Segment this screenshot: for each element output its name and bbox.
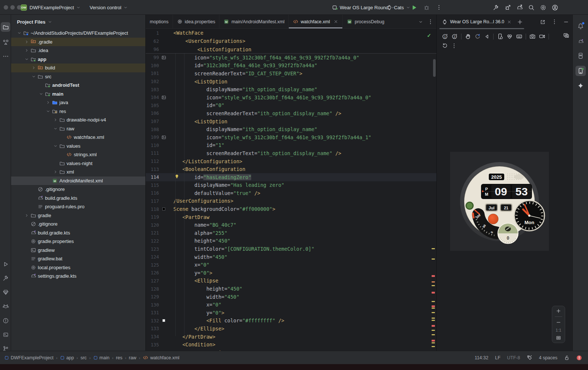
stripe-mark[interactable] [432,281,435,282]
palm-button[interactable] [465,33,471,40]
code-line-100[interactable]: 100 id="312c30bf_f64a_461e_9c93_992f2fb7… [146,62,436,70]
code-line-109[interactable]: 109 icon="style_wfs_312c30bf_f64a_461e_9… [146,133,436,141]
chevron-down-icon[interactable] [52,144,59,148]
tree-item-values-night[interactable]: values-night [11,159,145,168]
heart-rate-button[interactable] [506,33,513,40]
tree-item-androidtest[interactable]: androidTest [11,81,145,90]
zoom-reset-button[interactable]: 1:1 [556,328,561,332]
code-line-116[interactable]: 116 defaultValue="true" /> [146,189,436,197]
chevron-down-icon[interactable] [52,126,59,131]
tool-window-running-devices[interactable] [575,66,586,76]
code-line-129[interactable]: 129 width="450" [146,293,436,301]
stripe-mark[interactable] [432,258,435,260]
tree-item-app[interactable]: app [11,55,145,64]
tree-item-strings.xml[interactable]: strings.xml [11,150,145,159]
chevron-right-icon[interactable] [52,117,59,122]
gradle-sync-button[interactable] [516,4,523,11]
code-line-128[interactable]: 128 height="450" [146,285,436,293]
tree-item-.gitignore[interactable]: .gitignore [11,220,145,229]
code-line-132[interactable]: 132 <Fill color="#ffffffff" /> [146,317,436,325]
tool-window-gradle[interactable] [575,36,586,47]
zoom-out-button[interactable] [556,320,561,325]
tool-window-device-explorer[interactable] [1,287,10,297]
breadcrumb-item[interactable]: watchface.xml [143,355,179,360]
close-tab-icon[interactable] [333,19,338,24]
tree-item-build.gradle.kts[interactable]: build.gradle.kts [11,229,145,237]
code-line-1[interactable]: 1<WatchFace [146,29,436,37]
debug-button[interactable] [423,4,430,11]
run-button[interactable] [411,4,417,11]
close-icon[interactable] [507,20,512,24]
editor-tab[interactable]: watchface.xml [289,15,343,28]
chevron-down-icon[interactable] [418,20,423,24]
chevron-down-icon[interactable] [16,31,23,35]
tool-window-problems[interactable] [1,316,10,325]
code-line-96[interactable]: 96 <ListConfiguration [146,45,436,54]
tree-item-.gradle[interactable]: .gradle [11,38,145,47]
code-line-130[interactable]: 130 x="0" [146,301,436,309]
window-minimize-button[interactable] [10,5,15,10]
code-line-106[interactable]: 106 screenReaderText="ith_option_display… [146,109,436,117]
panel-options-button[interactable] [551,19,557,25]
chevron-right-icon[interactable] [31,65,37,70]
code-line-114[interactable]: 114 id="hasLeadingZero" [146,173,436,181]
code-line-102[interactable]: 102 <ListOption [146,78,436,86]
keyboard-mouse-button[interactable] [516,33,522,40]
reset-button[interactable] [442,43,448,49]
tree-item-values[interactable]: values [11,142,145,151]
tool-window-terminal[interactable] [1,330,10,339]
stripe-mark[interactable] [432,320,435,321]
code-line-135[interactable]: 135 <Condition> [146,340,436,349]
tree-item-.idea[interactable]: .idea [11,46,145,55]
stripe-mark[interactable] [432,285,435,286]
unlocked-icon[interactable] [564,355,570,360]
code-line-112[interactable]: 112 </ListConfiguration> [146,157,436,165]
back-button[interactable] [484,34,490,40]
tree-item-androidstudioprojectsdwfexampleproject[interactable]: ~/AndroidStudioProjects/DWFExampleProjec… [11,29,145,38]
stripe-mark[interactable] [432,301,435,302]
device-selector[interactable]: Wear OS Large Round [332,0,395,15]
tool-window-logcat[interactable] [1,302,10,311]
color-preview-black[interactable] [162,208,165,210]
code-line-125[interactable]: 125 x="0" [146,261,436,269]
tree-item-xml[interactable]: xml [11,168,145,177]
code-line-99[interactable]: 99 icon="style_wfs_312c30bf_f64a_461e_9c… [146,54,436,62]
editor-tab[interactable]: Mmain/AndroidManifest.xml [219,15,289,28]
tree-item-gradle.properties[interactable]: gradle.properties [11,237,145,246]
window-close-button[interactable] [4,5,8,10]
account-button[interactable] [552,4,558,11]
stripe-mark[interactable] [432,312,435,313]
tool-window-notifications[interactable] [575,21,586,31]
version-control-menu[interactable]: Version control [90,0,128,15]
tree-item-build[interactable]: build [11,64,145,72]
indent-setting[interactable]: 4 spaces [539,355,557,360]
tool-window-project[interactable] [1,22,10,32]
code-line-104[interactable]: 104 icon="style_wfs_312c30bf_f64a_461e_9… [146,93,436,102]
code-line-103[interactable]: 103 displayName="ith_option_display_name… [146,85,436,93]
stripe-mark[interactable] [432,342,435,343]
tree-item-res[interactable]: res [11,107,145,116]
settings-button[interactable] [540,4,546,11]
tree-item-gradle[interactable]: gradle [11,211,145,220]
tree-item-.gitignore[interactable]: .gitignore [11,185,145,194]
tree-item-raw[interactable]: raw [11,124,145,133]
stripe-mark[interactable] [432,275,435,277]
tree-item-settings.gradle.kts[interactable]: settings.gradle.kts [11,272,145,281]
tool-window-structure[interactable] [1,37,10,47]
stripe-mark[interactable] [432,308,435,309]
tool-window-run[interactable] [1,259,10,269]
build-button[interactable] [493,4,499,11]
error-analysis-icon[interactable] [576,355,582,361]
chevron-down-icon[interactable] [38,92,44,96]
editor-tab[interactable]: MprocessDebug [343,15,386,28]
button-one-button[interactable]: 1 [442,33,448,40]
code-line-123[interactable]: 123 tintColor="[CONFIGURATION.themeColor… [146,245,436,253]
profiler-button[interactable] [505,4,511,11]
tree-item-src[interactable]: src [11,72,145,81]
code-line-134[interactable]: 134 </PartDraw> [146,333,436,341]
tree-item-java[interactable]: java [11,98,145,107]
code-line-117[interactable]: 117/UserConfigurations> [146,197,436,205]
chevron-right-icon[interactable] [24,40,30,44]
chevron-down-icon[interactable] [45,109,51,114]
code-line-131[interactable]: 131 y="0"> [146,309,436,317]
